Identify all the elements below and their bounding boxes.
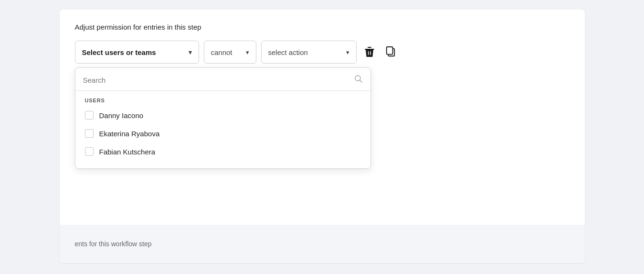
user-checkbox-3[interactable]	[85, 147, 94, 156]
chevron-down-icon: ▾	[346, 49, 349, 56]
copy-icon	[385, 46, 396, 58]
cannot-dropdown[interactable]: cannot ▾	[204, 41, 256, 64]
svg-rect-2	[368, 51, 369, 55]
users-dropdown-panel: USERS Danny Iacono Ekaterina Ryabova Fab…	[75, 67, 371, 169]
list-item[interactable]: Ekaterina Ryabova	[75, 124, 370, 142]
chevron-down-icon: ▾	[246, 49, 249, 56]
cannot-label: cannot	[211, 48, 232, 56]
users-teams-dropdown[interactable]: Select users or teams ▾	[75, 41, 199, 64]
bottom-text: ents for this workflow step	[75, 240, 152, 248]
search-icon	[354, 75, 363, 86]
user-checkbox-1[interactable]	[85, 111, 94, 120]
svg-rect-0	[365, 49, 374, 50]
user-name-1: Danny Iacono	[99, 111, 144, 120]
list-item[interactable]: Danny Iacono	[75, 106, 370, 124]
svg-rect-3	[370, 51, 371, 55]
main-container: Adjust permission for entries in this st…	[60, 10, 585, 263]
controls-row: Select users or teams ▾ cannot ▾ select …	[75, 41, 570, 64]
page-title: Adjust permission for entries in this st…	[75, 23, 570, 31]
svg-rect-1	[368, 47, 371, 48]
copy-button[interactable]	[382, 44, 399, 61]
list-item[interactable]: Fabian Kutschera	[75, 142, 370, 161]
svg-rect-5	[386, 47, 392, 55]
user-name-3: Fabian Kutschera	[99, 148, 156, 156]
users-section-label: USERS	[75, 91, 370, 106]
user-checkbox-2[interactable]	[85, 129, 94, 138]
search-row	[75, 68, 370, 91]
action-dropdown[interactable]: select action ▾	[261, 41, 357, 64]
svg-line-7	[359, 80, 362, 83]
user-name-2: Ekaterina Ryabova	[99, 130, 160, 138]
chevron-down-icon: ▾	[189, 49, 192, 56]
bottom-section: ents for this workflow step	[60, 225, 585, 263]
users-teams-label: Select users or teams	[82, 48, 156, 56]
action-label: select action	[268, 48, 308, 56]
delete-button[interactable]	[361, 44, 378, 61]
trash-icon	[364, 46, 375, 58]
search-input[interactable]	[83, 76, 350, 84]
